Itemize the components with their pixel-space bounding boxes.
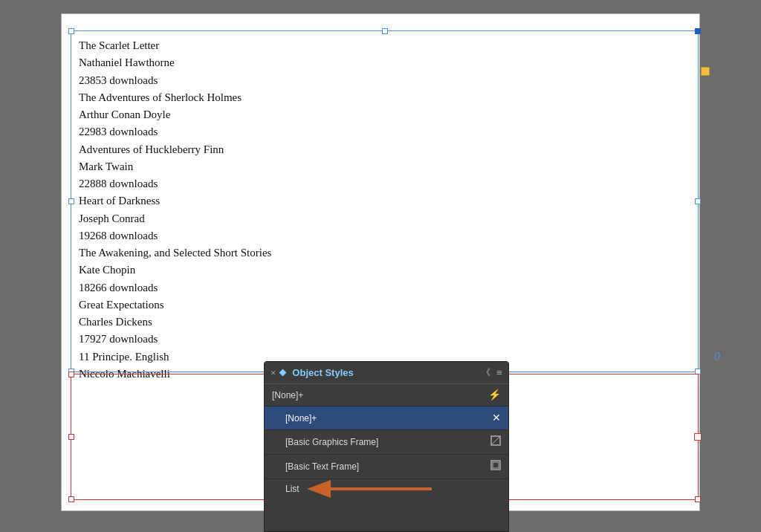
book-author-6: Charles Dickens [79,314,690,331]
book-title-1: The Scarlet Letter [79,37,690,54]
out-link-handle [701,67,710,76]
book-entry-6: Great Expectations Charles Dickens 17927… [79,296,690,348]
style-icon-basic-text [490,460,501,473]
handle-top-right [695,28,701,34]
book-entry-1: The Scarlet Letter Nathaniel Hawthorne 2… [79,37,690,89]
book-entry-5: The Awakening, and Selected Short Storie… [79,244,690,296]
book-entry-4: Heart of Darkness Joseph Conrad 19268 do… [79,192,690,244]
book-title-4: Heart of Darkness [79,192,690,210]
book-downloads-6: 17927 downloads [79,331,690,348]
panel-body: [None]+ ⚡ [None]+ ✕ [Basic Graphics Fram… [265,384,508,531]
panel-title-area: × Object Styles [271,367,354,379]
style-icon-none-plus: ✕ [492,412,501,424]
book-author-3: Mark Twain [79,158,690,175]
handle-top-left [68,28,74,34]
handle2-top-left [68,372,74,377]
book-downloads-5: 18266 downloads [79,279,690,296]
book-author-2: Arthur Conan Doyle [79,106,690,123]
svg-line-1 [491,436,500,445]
orange-arrow-icon [305,476,439,502]
style-default-label: [None]+ [272,390,303,400]
handle2-mid-right-out [694,433,702,441]
panel-diamond-icon [279,369,287,377]
book-downloads-4: 19268 downloads [79,227,690,244]
book-author-5: Kate Chopin [79,262,690,279]
style-row-list[interactable]: List [265,479,508,499]
style-label-basic-graphics: [Basic Graphics Frame] [285,437,378,447]
style-icon-basic-graphics [490,435,501,449]
book-downloads-1: 23853 downloads [79,72,690,89]
style-row-none-plus[interactable]: [None]+ ✕ [265,406,508,430]
handle2-bot-right [695,496,701,502]
book-author-1: Nathaniel Hawthorne [79,54,690,71]
overflow-indicator: 0 [714,350,720,363]
panel-header: × Object Styles 《 ≡ [265,362,508,384]
panel-close-button[interactable]: × [271,367,276,379]
canvas-area: The Scarlet Letter Nathaniel Hawthorne 2… [0,0,761,532]
handle-mid-right [695,198,701,204]
style-row-basic-graphics[interactable]: [Basic Graphics Frame] [265,430,508,455]
book-downloads-2: 22983 downloads [79,123,690,140]
style-label-none-plus: [None]+ [285,413,317,424]
book-entry-2: The Adventures of Sherlock Holmes Arthur… [79,89,690,141]
text-frame-primary[interactable]: The Scarlet Letter Nathaniel Hawthorne 2… [71,30,699,372]
book-list: The Scarlet Letter Nathaniel Hawthorne 2… [79,37,690,383]
book-title-2: The Adventures of Sherlock Holmes [79,89,690,106]
style-label-basic-text: [Basic Text Frame] [285,461,359,472]
handle2-mid-left [68,434,74,440]
panel-title: Object Styles [292,367,353,378]
panel-menu-button[interactable]: ≡ [496,367,502,379]
style-default-icon: ⚡ [488,389,501,401]
style-label-list: List [285,484,299,494]
svg-rect-3 [493,462,499,468]
book-entry-3: Adventures of Huckleberry Finn Mark Twai… [79,141,690,193]
panel-collapse-button[interactable]: 《 [482,366,490,379]
book-downloads-3: 22888 downloads [79,175,690,192]
book-title-3: Adventures of Huckleberry Finn [79,141,690,158]
object-styles-panel: × Object Styles 《 ≡ [None]+ ⚡ [None]+ ✕ [264,361,509,532]
handle-mid-left [68,198,74,204]
book-title-5: The Awakening, and Selected Short Storie… [79,244,690,262]
book-title-6: Great Expectations [79,296,690,314]
book-author-4: Joseph Conrad [79,210,690,227]
handle-top-mid [382,28,388,34]
handle2-bot-left [68,496,74,502]
style-default-row[interactable]: [None]+ ⚡ [265,384,508,406]
